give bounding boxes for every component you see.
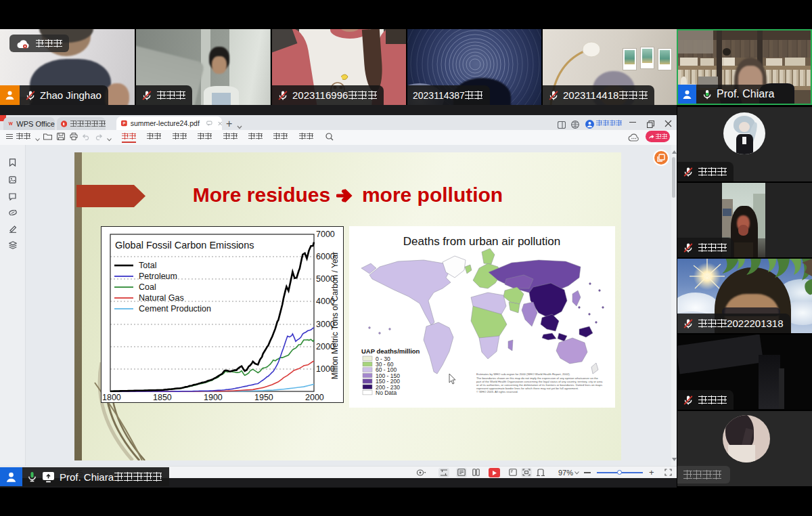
svg-text:Petroleum: Petroleum <box>139 272 177 281</box>
svg-text:Estimates by WHO sub-region fo: Estimates by WHO sub-region for 2000 (WH… <box>476 372 570 376</box>
svg-text:1850: 1850 <box>153 393 172 402</box>
svg-text:Coal: Coal <box>139 282 156 292</box>
svg-text:UAP deaths/million: UAP deaths/million <box>361 347 420 355</box>
svg-text:1950: 1950 <box>254 393 273 402</box>
svg-text:Natural Gas: Natural Gas <box>139 293 184 303</box>
svg-text:Total: Total <box>139 261 156 270</box>
svg-text:7000: 7000 <box>316 230 335 239</box>
svg-text:2000: 2000 <box>305 393 324 402</box>
svg-text:No Data: No Data <box>376 389 397 396</box>
svg-text:Cement Production: Cement Production <box>139 304 211 314</box>
svg-text:P: P <box>122 121 125 125</box>
svg-text:Deaths from urban air pollutio: Deaths from urban air pollution <box>403 235 560 248</box>
svg-text:Million Metric Tons of Carbon: Million Metric Tons of Carbon / Year <box>330 252 340 380</box>
svg-text:© WHO 2005. All rights reserve: © WHO 2005. All rights reserved. <box>476 390 518 393</box>
svg-text:1800: 1800 <box>102 393 121 402</box>
svg-text:1900: 1900 <box>204 393 223 402</box>
svg-text:Global Fossil Carbon Emissions: Global Fossil Carbon Emissions <box>115 240 254 251</box>
